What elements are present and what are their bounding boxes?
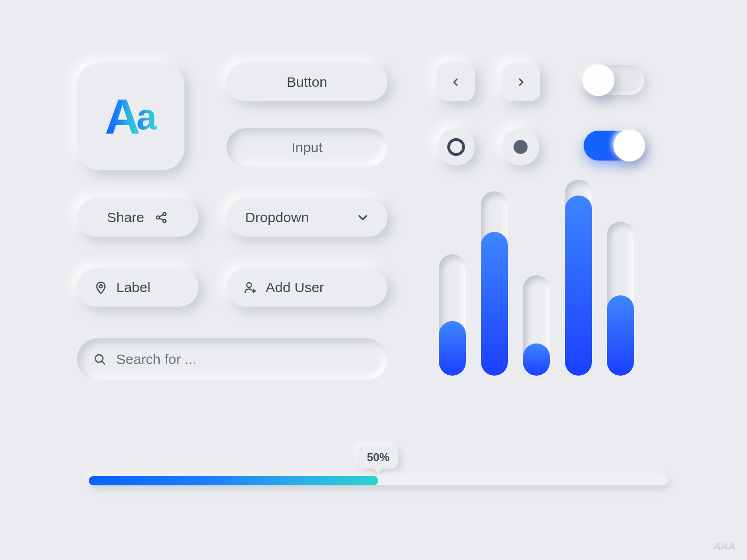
- radio-unselected[interactable]: [437, 128, 475, 166]
- svg-point-2: [163, 219, 166, 223]
- dropdown-label: Dropdown: [245, 210, 309, 225]
- typography-uppercase: A: [105, 92, 140, 141]
- chevron-down-icon: [357, 211, 369, 224]
- share-label: Share: [107, 210, 144, 225]
- share-icon: [155, 210, 169, 224]
- add-user-button[interactable]: Add User: [226, 268, 388, 307]
- progress-value: 50%: [367, 451, 389, 463]
- svg-point-3: [99, 285, 103, 288]
- toggle-on[interactable]: [584, 131, 644, 161]
- radio-dot-icon: [514, 140, 528, 154]
- prev-button[interactable]: [437, 63, 475, 101]
- bar-chart: [439, 180, 634, 376]
- input-placeholder: Input: [291, 140, 323, 155]
- button-label: Button: [287, 74, 327, 90]
- label-chip[interactable]: Label: [77, 268, 198, 307]
- text-input[interactable]: Input: [226, 128, 388, 167]
- primary-button[interactable]: Button: [226, 63, 388, 101]
- search-input[interactable]: Search for ...: [77, 338, 388, 380]
- bar-track: [565, 180, 592, 376]
- progress-tooltip: 50%: [359, 446, 398, 469]
- dropdown[interactable]: Dropdown: [226, 198, 388, 237]
- progress-bar[interactable]: 50%: [89, 476, 668, 485]
- svg-point-1: [163, 212, 166, 216]
- bar-fill: [607, 295, 634, 376]
- toggle-off[interactable]: [584, 65, 644, 95]
- search-icon: [93, 352, 107, 366]
- bar-track: [523, 275, 550, 376]
- svg-point-4: [247, 283, 252, 287]
- watermark: AAA: [714, 540, 736, 553]
- next-button[interactable]: [502, 63, 540, 101]
- add-user-icon: [243, 280, 257, 294]
- add-user-label: Add User: [266, 280, 324, 295]
- typography-lowercase: a: [136, 98, 156, 135]
- chevron-left-icon: [451, 77, 461, 87]
- search-placeholder: Search for ...: [116, 351, 197, 367]
- bar-fill: [439, 321, 466, 376]
- radio-selected[interactable]: [502, 128, 539, 166]
- bar-fill: [481, 232, 508, 376]
- label-text: Label: [116, 280, 150, 295]
- toggle-knob: [583, 64, 614, 96]
- bar-track: [481, 191, 508, 376]
- bar-fill: [523, 343, 550, 376]
- typography-tile: A a: [77, 63, 184, 170]
- chevron-right-icon: [516, 77, 526, 87]
- radio-ring-icon: [447, 138, 465, 156]
- location-pin-icon: [94, 280, 108, 294]
- progress-track: [89, 476, 668, 485]
- share-button[interactable]: Share: [77, 198, 198, 237]
- toggle-knob: [613, 130, 645, 161]
- bar-fill: [565, 196, 592, 376]
- svg-point-0: [156, 216, 160, 219]
- bar-track: [607, 222, 634, 376]
- progress-fill: [89, 476, 378, 485]
- bar-track: [439, 254, 466, 376]
